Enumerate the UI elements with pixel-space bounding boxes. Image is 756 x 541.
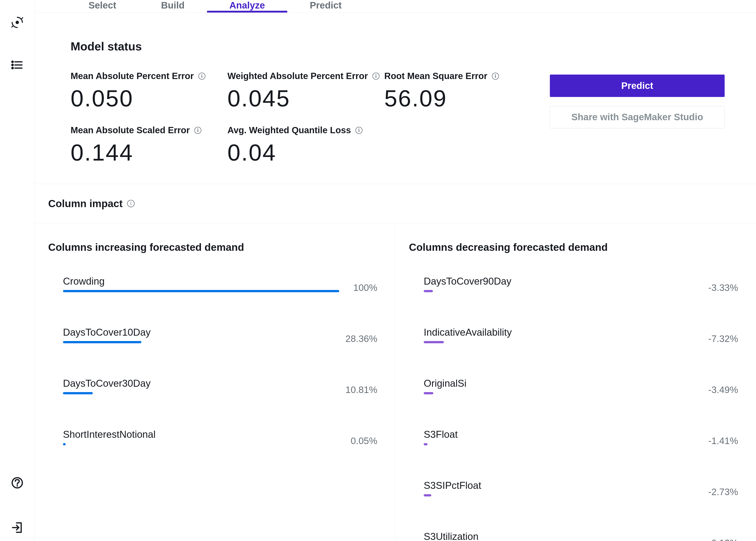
metric: Weighted Absolute Percent Errori0.045: [227, 71, 384, 112]
metric: Mean Absolute Percent Errori0.050: [71, 71, 227, 112]
svg-point-6: [12, 67, 13, 69]
model-status-section: Model status Mean Absolute Percent Error…: [35, 13, 756, 184]
metric-label: Mean Absolute Scaled Errori: [71, 125, 227, 135]
column-impact-title: Column impact: [48, 198, 123, 210]
column-impact-item: DaysToCover30Day10.81%: [48, 378, 382, 395]
impact-percent: 100%: [339, 282, 377, 293]
column-impact-item: DaysToCover90Day-3.33%: [409, 275, 743, 293]
tab-select[interactable]: Select: [66, 0, 139, 13]
svg-point-5: [12, 64, 13, 66]
column-impact-item: IndicativeAvailability-7.32%: [409, 327, 743, 344]
share-sagemaker-button: Share with SageMaker Studio: [550, 106, 725, 128]
metric-value: 0.050: [71, 85, 227, 112]
metric-label: Avg. Weighted Quantile Lossi: [227, 125, 384, 135]
info-icon[interactable]: i: [372, 72, 380, 80]
column-name: ShortInterestNotional: [63, 429, 339, 440]
svg-point-0: [16, 21, 19, 24]
metric-value: 0.045: [227, 85, 384, 112]
impact-bar: [63, 290, 339, 293]
column-impact-body: Columns increasing forecasted demand Cro…: [35, 223, 756, 541]
svg-text:i: i: [197, 127, 199, 133]
info-icon[interactable]: i: [198, 72, 206, 80]
column-name: DaysToCover90Day: [424, 275, 700, 287]
list-icon[interactable]: [8, 56, 26, 74]
column-impact-item: DaysToCover10Day28.36%: [48, 327, 382, 344]
decreasing-title: Columns decreasing forecasted demand: [409, 241, 743, 253]
impact-percent: -0.12%: [700, 538, 738, 541]
impact-bar: [63, 392, 339, 395]
impact-percent: -1.41%: [700, 435, 738, 446]
predict-button[interactable]: Predict: [550, 75, 725, 97]
sidebar: [0, 0, 35, 541]
column-name: IndicativeAvailability: [424, 327, 700, 338]
impact-bar: [63, 341, 339, 344]
svg-point-4: [12, 61, 13, 63]
metric-label: Root Mean Square Errori: [384, 71, 541, 81]
column-impact-item: ShortInterestNotional0.05%: [48, 429, 382, 446]
increasing-title: Columns increasing forecasted demand: [48, 241, 382, 253]
impact-bar: [63, 443, 339, 446]
column-name: S3SIPctFloat: [424, 480, 700, 491]
info-icon[interactable]: i: [194, 126, 202, 134]
column-name: DaysToCover10Day: [63, 327, 339, 338]
metric: Root Mean Square Errori56.09: [384, 71, 541, 112]
metric: Mean Absolute Scaled Errori0.144: [71, 125, 227, 166]
model-status-title: Model status: [71, 40, 725, 53]
column-impact-item: Crowding100%: [48, 275, 382, 293]
svg-text:i: i: [375, 73, 377, 79]
column-impact-item: S3Float-1.41%: [409, 429, 743, 446]
svg-text:i: i: [201, 73, 203, 79]
svg-text:i: i: [358, 127, 360, 133]
impact-bar: [424, 443, 700, 446]
svg-point-8: [17, 485, 18, 487]
metric-value: 0.144: [71, 139, 227, 166]
impact-bar: [424, 494, 700, 497]
exit-icon[interactable]: [8, 519, 26, 537]
metric-value: 56.09: [384, 85, 541, 112]
column-name: S3Utilization: [424, 531, 700, 541]
svg-text:i: i: [495, 73, 496, 79]
impact-percent: 10.81%: [339, 384, 377, 395]
impact-percent: 0.05%: [339, 435, 377, 446]
column-impact-header: Column impact i: [35, 184, 756, 223]
tab-predict[interactable]: Predict: [287, 0, 364, 13]
impact-percent: -7.32%: [700, 333, 738, 344]
logo-icon[interactable]: [8, 13, 26, 31]
column-impact-item: OriginalSi-3.49%: [409, 378, 743, 395]
tabs: SelectBuildAnalyzePredict: [35, 0, 756, 13]
column-impact-item: S3Utilization-0.12%: [409, 531, 743, 541]
metric-label: Weighted Absolute Percent Errori: [227, 71, 384, 81]
info-icon[interactable]: i: [127, 199, 135, 208]
metric-label: Mean Absolute Percent Errori: [71, 71, 227, 81]
tab-build[interactable]: Build: [139, 0, 207, 13]
impact-percent: -3.33%: [700, 282, 738, 293]
impact-bar: [424, 392, 700, 395]
svg-text:i: i: [130, 201, 132, 206]
help-icon[interactable]: [8, 474, 26, 492]
impact-percent: -3.49%: [700, 384, 738, 395]
metric-value: 0.04: [227, 139, 384, 166]
column-impact-item: S3SIPctFloat-2.73%: [409, 480, 743, 497]
tab-analyze[interactable]: Analyze: [207, 0, 287, 13]
impact-percent: -2.73%: [700, 487, 738, 497]
decreasing-column: Columns decreasing forecasted demand Day…: [395, 223, 756, 541]
increasing-column: Columns increasing forecasted demand Cro…: [35, 223, 395, 541]
impact-percent: 28.36%: [339, 333, 377, 344]
info-icon[interactable]: i: [355, 126, 363, 134]
metric: Avg. Weighted Quantile Lossi0.04: [227, 125, 384, 166]
column-name: DaysToCover30Day: [63, 378, 339, 389]
column-name: S3Float: [424, 429, 700, 440]
column-name: OriginalSi: [424, 378, 700, 389]
impact-bar: [424, 341, 700, 344]
column-name: Crowding: [63, 275, 339, 287]
impact-bar: [424, 290, 700, 293]
info-icon[interactable]: i: [491, 72, 499, 80]
